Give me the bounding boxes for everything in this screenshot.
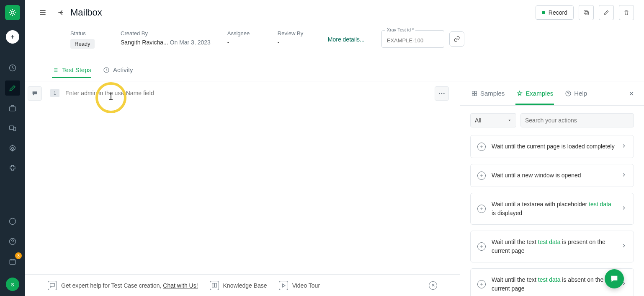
assignee-value: - <box>227 39 261 46</box>
panel-tabs: Samples Examples Help × <box>460 81 644 106</box>
steps-area: 1 <box>25 81 460 274</box>
right-panel: Samples Examples Help × All Wait until t… <box>460 81 644 296</box>
action-text: Wait until the text test data is present… <box>492 238 615 255</box>
chevron-right-icon <box>621 243 627 250</box>
menu-icon[interactable] <box>35 5 50 20</box>
xray-legend: Xray Test id * <box>385 27 416 32</box>
tab-activity-label: Activity <box>113 66 133 73</box>
svg-rect-15 <box>472 91 474 93</box>
add-action-icon <box>477 280 486 288</box>
knowledge-base-link[interactable]: Knowledge Base <box>210 281 267 290</box>
add-action-icon <box>477 205 486 213</box>
samples-label: Samples <box>480 90 505 97</box>
tabs-row: Test Steps Activity <box>25 63 644 78</box>
step-input[interactable] <box>65 90 435 96</box>
panel-tab-help[interactable]: Help <box>564 90 588 105</box>
step-number: 1 <box>50 89 59 97</box>
close-bar-icon[interactable]: ✕ <box>429 281 437 290</box>
action-item[interactable]: Wait until the current page is loaded co… <box>470 135 634 158</box>
svg-rect-16 <box>475 91 477 93</box>
action-item[interactable]: Wait until a new window is opened <box>470 164 634 187</box>
notification-badge: 3 <box>15 252 22 259</box>
dashboard-icon[interactable] <box>5 60 20 75</box>
add-action-icon <box>477 143 486 151</box>
tour-label: Video Tour <box>292 282 320 289</box>
svg-point-12 <box>439 93 440 94</box>
svg-rect-2 <box>10 107 16 111</box>
nlp-toggle-button[interactable] <box>28 86 42 101</box>
panel-tab-samples[interactable]: Samples <box>470 90 505 105</box>
chevron-right-icon <box>621 143 627 151</box>
status-value[interactable]: Ready <box>70 39 95 49</box>
edit-icon[interactable] <box>5 80 20 96</box>
briefcase-icon[interactable] <box>5 101 20 116</box>
chat-link[interactable]: Chat with Us! <box>163 282 198 289</box>
reviewby-value: - <box>278 39 311 46</box>
left-navigation-rail: 3 s <box>0 0 25 296</box>
bottom-help-bar: Get expert help for Test Case creation, … <box>25 274 460 296</box>
tab-steps-label: Test Steps <box>62 66 91 73</box>
help-rail-icon[interactable] <box>5 234 20 249</box>
play-icon <box>279 281 288 290</box>
edit-button[interactable] <box>599 5 614 20</box>
svg-rect-3 <box>10 126 14 129</box>
createdby-label: Created By <box>121 30 211 36</box>
svg-point-13 <box>441 93 443 94</box>
user-avatar[interactable]: s <box>6 278 19 291</box>
kb-label: Knowledge Base <box>223 282 267 289</box>
action-text: Wait until the current page is loaded co… <box>492 142 615 151</box>
settings-icon[interactable] <box>5 141 20 156</box>
status-label: Status <box>70 30 104 36</box>
addons-icon[interactable] <box>5 161 20 176</box>
copy-button[interactable] <box>579 5 594 20</box>
record-button[interactable]: Record <box>536 5 574 20</box>
metadata-row: Status Ready Created By Sangith Ravicha.… <box>25 25 644 54</box>
delete-button[interactable] <box>619 5 634 20</box>
svg-point-0 <box>11 11 14 14</box>
add-button[interactable] <box>6 30 19 44</box>
action-text: Wait until the text test data is absent … <box>492 275 615 293</box>
step-more-button[interactable] <box>435 86 449 101</box>
assignee-label: Assignee <box>227 30 261 36</box>
filter-value: All <box>475 117 482 124</box>
calendar-icon[interactable]: 3 <box>5 254 20 269</box>
action-item[interactable]: Wait until a textarea with placeholder t… <box>470 193 634 225</box>
page-title: Mailbox <box>70 7 102 18</box>
tab-activity[interactable]: Activity <box>103 63 133 78</box>
book-icon <box>210 281 219 290</box>
close-panel-icon[interactable]: × <box>629 89 634 105</box>
svg-rect-10 <box>584 10 587 14</box>
add-action-icon <box>477 242 486 251</box>
svg-rect-9 <box>585 11 588 15</box>
reviewby-label: Review By <box>278 30 311 36</box>
link-button[interactable] <box>449 31 464 47</box>
svg-rect-8 <box>10 260 15 265</box>
record-label: Record <box>549 9 567 16</box>
chevron-right-icon <box>621 172 627 179</box>
more-details-link[interactable]: More details... <box>328 36 365 43</box>
tab-test-steps[interactable]: Test Steps <box>52 63 91 78</box>
video-tour-link[interactable]: Video Tour <box>279 281 320 290</box>
top-bar: Mailbox Record <box>25 0 644 25</box>
app-logo[interactable] <box>5 5 20 20</box>
step-row: 1 <box>46 81 439 105</box>
filter-select[interactable]: All <box>470 113 516 127</box>
chevron-right-icon <box>621 205 627 213</box>
xray-field: Xray Test id * <box>381 30 444 48</box>
chat-icon <box>48 281 57 290</box>
svg-rect-4 <box>14 127 16 131</box>
record-dot-icon <box>542 11 545 14</box>
usage-icon[interactable] <box>5 214 20 229</box>
action-search-input[interactable] <box>520 113 634 127</box>
examples-label: Examples <box>526 90 553 97</box>
action-item[interactable]: Wait until the text test data is present… <box>470 231 634 262</box>
xray-input[interactable] <box>387 37 439 44</box>
back-icon[interactable] <box>54 5 69 20</box>
panel-tab-examples[interactable]: Examples <box>515 90 554 105</box>
createdby-value: Sangith Ravicha... On Mar 3, 2023 <box>121 39 211 46</box>
svg-rect-17 <box>472 93 474 96</box>
devices-icon[interactable] <box>5 121 20 136</box>
add-action-icon <box>477 171 486 180</box>
chat-fab[interactable] <box>605 269 624 288</box>
expert-help[interactable]: Get expert help for Test Case creation, … <box>48 281 198 290</box>
